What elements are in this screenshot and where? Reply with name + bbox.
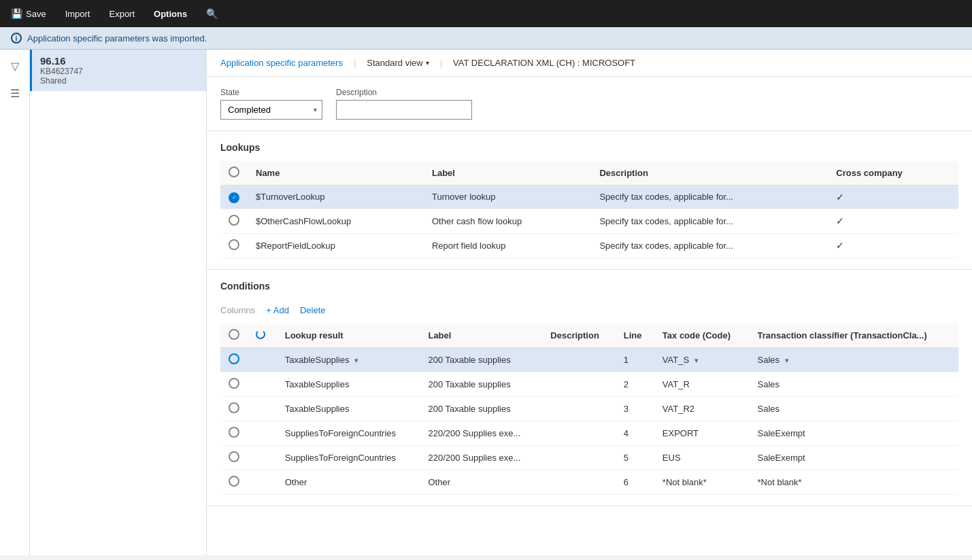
lookups-title: Lookups: [220, 142, 958, 153]
conditions-refresh-col: [248, 323, 277, 348]
lookups-table: Name Label Description Cross company ✓ $…: [220, 161, 958, 258]
conditions-label-header: Label: [420, 323, 542, 348]
conditions-row-line-0: 1: [616, 347, 654, 372]
conditions-row-radio-4[interactable]: [220, 445, 248, 470]
options-button[interactable]: Options: [151, 9, 190, 19]
import-button[interactable]: Import: [63, 9, 93, 19]
conditions-section: Conditions Columns + Add Delete Lookup r…: [207, 270, 972, 506]
check-icon: ✓: [836, 192, 844, 203]
search-button[interactable]: 🔍: [203, 8, 220, 19]
conditions-row-transclass-1: Sales: [750, 372, 958, 396]
transclass-dropdown-icon[interactable]: ▾: [782, 356, 792, 365]
conditions-row-radio-1[interactable]: [220, 372, 248, 396]
radio-selected-icon: [229, 353, 239, 364]
refresh-icon[interactable]: [256, 330, 265, 339]
view-selector[interactable]: Standard view ▾: [367, 58, 429, 68]
conditions-row-transclass-4: SaleExempt: [750, 445, 958, 470]
conditions-line-header: Line: [616, 323, 654, 348]
lookups-table-row[interactable]: $OtherCashFlowLookup Other cash flow loo…: [220, 209, 958, 233]
lookups-row-radio-0[interactable]: ✓: [220, 186, 248, 209]
add-button[interactable]: + Add: [266, 305, 289, 315]
conditions-row-taxcode-5: *Not blank*: [654, 470, 750, 494]
save-icon: 💾: [11, 8, 22, 19]
conditions-row-taxcode-1: VAT_R: [654, 372, 750, 396]
conditions-row-radio-0[interactable]: [220, 347, 248, 372]
state-select[interactable]: Completed Draft: [220, 100, 322, 120]
lookups-table-row[interactable]: ✓ $TurnoverLookup Turnover lookup Specif…: [220, 186, 958, 209]
conditions-row-radio-3[interactable]: [220, 421, 248, 445]
conditions-row-transclass-3: SaleExempt: [750, 421, 958, 445]
conditions-row-taxcode-2: VAT_R2: [654, 396, 750, 421]
shared-label: Shared: [40, 76, 198, 86]
conditions-row-refresh-5: [248, 470, 277, 494]
export-button[interactable]: Export: [106, 9, 137, 19]
conditions-row-radio-2[interactable]: [220, 396, 248, 421]
radio-unselected-icon: [229, 451, 239, 462]
breadcrumb-link[interactable]: Application specific parameters: [220, 58, 343, 68]
conditions-row-description-0: [542, 347, 615, 372]
conditions-row-line-2: 3: [616, 396, 654, 421]
conditions-table-row[interactable]: Other Other 6 *Not blank* *Not blank*: [220, 470, 958, 494]
left-panel-item[interactable]: 96.16 KB4623747 Shared: [30, 50, 206, 91]
conditions-row-transclass-2: Sales: [750, 396, 958, 421]
conditions-table-row[interactable]: TaxableSupplies 200 Taxable supplies 2 V…: [220, 372, 958, 396]
lookup-result-dropdown-icon[interactable]: ▾: [352, 356, 361, 365]
conditions-description-header: Description: [542, 323, 615, 348]
conditions-table-row[interactable]: SuppliesToForeignCountries 220/200 Suppl…: [220, 445, 958, 470]
lookups-row-crosscompany-0: ✓: [828, 186, 958, 209]
view-chevron-icon: ▾: [426, 59, 429, 67]
lookups-select-all-radio[interactable]: [229, 167, 239, 177]
lookups-select-col-header: [220, 161, 248, 186]
info-banner: i Application specific parameters was im…: [0, 27, 972, 50]
conditions-row-refresh-0: [248, 347, 277, 372]
state-field-group: State Completed Draft ▾: [220, 88, 322, 120]
filter-icon[interactable]: ▽: [4, 55, 26, 77]
conditions-title: Conditions: [220, 281, 958, 292]
menu-icon[interactable]: ☰: [4, 82, 26, 104]
conditions-row-line-1: 2: [616, 372, 654, 396]
conditions-select-all-radio[interactable]: [229, 329, 239, 340]
lookups-row-label-2: Report field lookup: [424, 233, 591, 258]
lookups-row-radio-1[interactable]: [220, 209, 248, 233]
conditions-row-radio-5[interactable]: [220, 470, 248, 494]
conditions-row-lookup-5: Other: [277, 470, 420, 494]
taxcode-dropdown-icon[interactable]: ▾: [692, 356, 701, 365]
conditions-row-transclass-0[interactable]: Sales ▾: [750, 347, 958, 372]
conditions-table-row[interactable]: TaxableSupplies ▾ 200 Taxable supplies 1…: [220, 347, 958, 372]
sidebar: ▽ ☰: [0, 50, 30, 555]
conditions-toolbar: Columns + Add Delete: [220, 300, 958, 323]
lookups-label-header: Label: [424, 161, 591, 186]
lookups-row-description-2: Specify tax codes, applicable for...: [591, 233, 828, 258]
check-icon: ✓: [836, 240, 844, 251]
lookups-table-row[interactable]: $ReportFieldLookup Report field lookup S…: [220, 233, 958, 258]
conditions-row-lookup-3: SuppliesToForeignCountries: [277, 421, 420, 445]
breadcrumb-sep2: |: [440, 58, 442, 68]
conditions-row-taxcode-3: EXPORT: [654, 421, 750, 445]
content-header: Application specific parameters | Standa…: [207, 50, 972, 77]
conditions-table-row[interactable]: TaxableSupplies 200 Taxable supplies 3 V…: [220, 396, 958, 421]
lookups-name-header: Name: [248, 161, 424, 186]
conditions-row-label-0: 200 Taxable supplies: [420, 347, 542, 372]
lookups-row-crosscompany-1: ✓: [828, 209, 958, 233]
description-input[interactable]: [336, 100, 472, 120]
conditions-row-taxcode-0[interactable]: VAT_S ▾: [654, 347, 750, 372]
save-button[interactable]: 💾 Save: [8, 8, 49, 19]
check-icon: ✓: [836, 215, 844, 226]
conditions-row-refresh-4: [248, 445, 277, 470]
lookups-row-radio-2[interactable]: [220, 233, 248, 258]
description-field-group: Description: [336, 88, 472, 120]
version-label: 96.16: [40, 55, 198, 67]
state-desc-row: State Completed Draft ▾ Description: [207, 77, 972, 131]
conditions-row-line-4: 5: [616, 445, 654, 470]
radio-unselected-icon: [229, 427, 239, 438]
conditions-row-lookup-0[interactable]: TaxableSupplies ▾: [277, 347, 420, 372]
conditions-table-row[interactable]: SuppliesToForeignCountries 220/200 Suppl…: [220, 421, 958, 445]
lookups-crosscompany-header: Cross company: [828, 161, 958, 186]
conditions-row-label-1: 200 Taxable supplies: [420, 372, 542, 396]
conditions-table: Lookup result Label Description Line Tax…: [220, 323, 958, 495]
conditions-row-description-4: [542, 445, 615, 470]
conditions-select-col-header: [220, 323, 248, 348]
delete-button[interactable]: Delete: [300, 305, 326, 315]
radio-unselected-icon: [229, 402, 239, 413]
lookups-row-label-0: Turnover lookup: [424, 186, 591, 209]
